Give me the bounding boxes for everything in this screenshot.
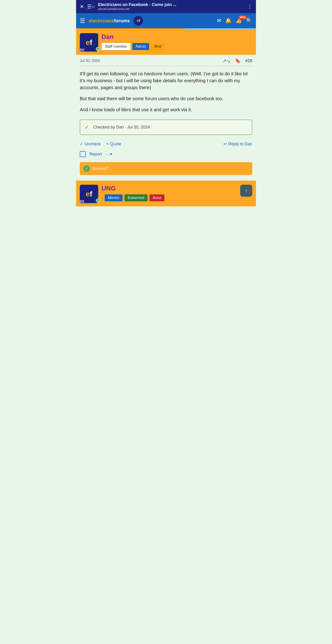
bell-icon[interactable]: 🔔 [225,18,231,24]
logo-electricians: electricians [89,18,114,23]
plus-icon: + [106,142,109,146]
bottom-author-header: ef 🇬🇧 ● UNG - Mentor Esteemed Arms ↑ [76,180,256,206]
nav-bar: ☰ electriciansforums ef ✉ 🔔 👍 4091 🔍 [76,13,256,28]
post-number: #28 [245,58,252,63]
scroll-up-button[interactable]: ↑ [240,185,252,197]
uncheck-icon: ✓ [80,142,83,146]
badge-e: e [137,19,139,23]
user-badges: Staff member Admin Mod [101,43,252,50]
ung-avatar-f: f [90,190,93,198]
badge-mod: Mod [151,43,165,50]
quote-label: Quote [110,142,122,146]
browser-bar: ✕ ☰○ Electricians on Facebook - Come joi… [76,0,256,13]
simon47-name: Simon47 [92,166,109,171]
ung-user-badges: - Mentor Esteemed Arms [101,194,252,201]
reply-label: Reply to Dan [228,142,252,146]
checked-box: ✓ Checked by Dan · Jul 30, 2024 [80,120,252,135]
more-chevron: ▾ [110,152,112,156]
badge-mentor: Mentor [105,194,123,201]
reply-button[interactable]: ↩ Reply to Dan [223,142,252,146]
simon47-row[interactable]: ✓ Simon47 [80,162,252,175]
uncheck-button[interactable]: ✓ Uncheck [80,142,101,146]
post-paragraph-2: But that said there will be some forum u… [80,95,252,102]
simon-check-icon: ✓ [84,166,90,172]
avatar-e: e [86,38,90,46]
avatar-f: f [90,38,93,46]
ung-online-indicator: ● [96,198,100,203]
ung-avatar-e: e [86,190,90,198]
post-reply-actions: ✓ Uncheck + Quote ↩ Reply to Dan [80,138,252,149]
up-arrow-icon: ↑ [245,188,248,194]
ung-dash: - [101,196,103,200]
badge-arms: Arms [149,194,164,201]
post-date: Jul 30, 2024 [80,59,222,63]
page-title: Electricians on Facebook - Come join ... [98,2,244,7]
post-paragraph-3: And I know loads of tilers that use it a… [80,106,252,113]
more-button[interactable]: ··· ▾ [106,152,112,156]
search-icon[interactable]: 🔍 [246,18,252,24]
settings-icon[interactable]: ☰○ [87,4,95,10]
post-top-actions: ↗↘ 🔖 #28 [222,58,252,64]
avatar[interactable]: ef 🇬🇧 ● [80,33,98,52]
nav-icons: ✉ 🔔 👍 4091 🔍 [217,18,252,24]
more-dots: ··· [106,152,109,156]
post-paragraph-1: It'll get its own following, not us hard… [80,70,252,91]
author-name[interactable]: Dan [101,33,252,40]
ung-avatar-flag: 🇬🇧 [80,199,84,204]
ung-avatar[interactable]: ef 🇬🇧 ● [80,185,98,203]
online-indicator: ● [96,47,100,51]
hamburger-menu-icon[interactable]: ☰ [80,17,85,24]
badge-staff-member: Staff member [101,43,131,50]
badge-admin: Admin [132,43,149,50]
more-icon[interactable]: ⋮ [247,4,252,10]
post-author-header: ef 🇬🇧 ● Dan Staff member Admin Mod [76,29,256,55]
site-logo[interactable]: electriciansforums [89,18,130,24]
reply-icon: ↩ [223,142,227,146]
quote-button[interactable]: + Quote [106,142,122,146]
post-bottom-actions: Report ··· ▾ [80,149,252,160]
post-meta: Jul 30, 2024 ↗↘ 🔖 #28 [80,55,252,66]
bookmark-icon[interactable]: 🔖 [235,58,241,64]
mail-icon[interactable]: ✉ [217,18,221,24]
notification-count: 4091 [239,16,247,19]
post-content: It'll get its own following, not us hard… [80,66,252,116]
page-url: electriciansforums.net [98,7,244,11]
badge-f: f [139,19,140,23]
post-area: Jul 30, 2024 ↗↘ 🔖 #28 It'll get its own … [76,55,256,179]
ung-author-name[interactable]: UNG [101,185,252,192]
avatar-flag: 🇬🇧 [80,48,84,52]
user-info: Dan Staff member Admin Mod [101,33,252,50]
badge-esteemed: Esteemed [125,194,148,201]
report-button[interactable]: Report [90,152,102,156]
uncheck-label: Uncheck [85,142,101,146]
check-icon: ✓ [84,124,90,131]
ef-badge[interactable]: ef [134,16,143,26]
browser-title-area: Electricians on Facebook - Come join ...… [98,2,244,11]
share-icon[interactable]: ↗↘ [222,58,230,64]
logo-forums: forums [114,18,130,23]
notification-badge[interactable]: 👍 4091 [236,18,242,24]
select-checkbox[interactable] [80,151,86,157]
ung-user-info: UNG - Mentor Esteemed Arms [101,185,252,201]
close-icon[interactable]: ✕ [80,4,84,10]
checked-text: Checked by Dan · Jul 30, 2024 [93,125,150,130]
